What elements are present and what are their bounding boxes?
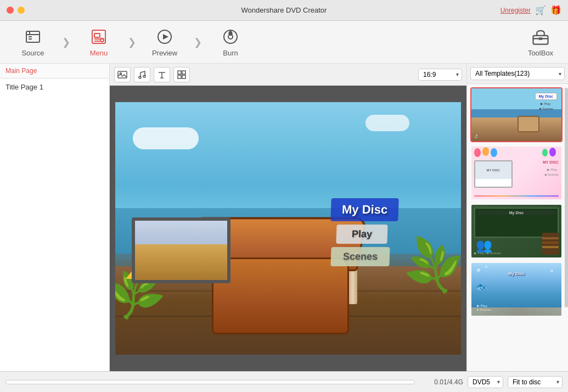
nav-separator-1: ❯	[60, 37, 71, 48]
add-image-button[interactable]	[114, 67, 131, 82]
svg-point-19	[139, 76, 141, 79]
menu-label: Menu	[90, 49, 108, 57]
window-controls	[7, 7, 25, 14]
close-button[interactable]	[7, 7, 14, 14]
bottom-bar: 0.01/4.4G DVD5 DVD9 Fit to disc Custom	[0, 371, 568, 392]
dvd-type-selector[interactable]: DVD5 DVD9	[468, 376, 503, 388]
dvd-type-select[interactable]: DVD5 DVD9	[468, 376, 503, 388]
title-page-item[interactable]: Title Page 1	[0, 79, 109, 96]
nav-source[interactable]: Source	[5, 23, 60, 61]
preview-label: Preview	[152, 49, 177, 57]
svg-rect-6	[94, 33, 100, 37]
nav-menu[interactable]: Menu	[71, 23, 126, 61]
center-panel: 16:9 4:3 🌿	[110, 64, 466, 371]
template-filter: All Templates(123) Travel Family Birthda…	[467, 64, 568, 84]
nav-separator-2: ❯	[126, 37, 137, 48]
template-panel: All Templates(123) Travel Family Birthda…	[466, 64, 568, 371]
template-item-1[interactable]: My Disc ▶ Play ■ Scenes 🏖	[470, 87, 563, 142]
toolbox-label: ToolBox	[528, 49, 553, 57]
sign-play: Play	[336, 225, 388, 244]
source-label: Source	[21, 49, 44, 57]
svg-point-20	[143, 75, 145, 77]
cloud-2	[365, 115, 409, 131]
nav-burn[interactable]: Burn	[203, 23, 258, 61]
template-list: My Disc ▶ Play ■ Scenes 🏖	[467, 84, 568, 371]
svg-rect-24	[178, 71, 181, 74]
editor-toolbar: 16:9 4:3	[110, 64, 466, 86]
add-music-button[interactable]	[134, 67, 150, 82]
aspect-ratio-selector[interactable]: 16:9 4:3	[418, 69, 462, 81]
grid-button[interactable]	[173, 67, 190, 82]
title-bar: Wondershare DVD Creator Unregister 🛒 🎁	[0, 0, 568, 21]
cloud-1	[133, 127, 199, 149]
scrollbar-track[interactable]	[565, 88, 568, 307]
title-page-label: Title Page 1	[5, 83, 43, 91]
menu-signs: My Disc Play Scenes	[331, 198, 398, 266]
menu-preview: 🌿 🌿 M	[115, 102, 461, 355]
sign-scenes: Scenes	[331, 247, 390, 266]
preview-canvas: 🌿 🌿 M	[110, 86, 466, 371]
burn-label: Burn	[223, 49, 238, 57]
sign-disc: My Disc	[331, 198, 400, 221]
main-area: Main Page Title Page 1	[0, 64, 568, 371]
template-filter-select[interactable]: All Templates(123) Travel Family Birthda…	[470, 67, 565, 80]
template-filter-wrapper[interactable]: All Templates(123) Travel Family Birthda…	[470, 67, 565, 80]
gift-icon[interactable]: 🎁	[550, 5, 561, 15]
storage-progress-bar	[5, 380, 415, 384]
svg-marker-11	[163, 34, 168, 40]
minimize-button[interactable]	[18, 7, 25, 14]
screen-content	[135, 221, 227, 280]
main-page-label: Main Page	[5, 67, 37, 75]
toolbox-icon	[531, 27, 550, 47]
scene-background: 🌿 🌿 M	[115, 102, 461, 355]
fit-mode-selector[interactable]: Fit to disc Custom	[508, 376, 563, 388]
app-title: Wondershare DVD Creator	[241, 6, 327, 14]
add-text-button[interactable]	[154, 67, 170, 82]
template-item-2[interactable]: MY DISC MY DISC ▶ Play ■ Scenes	[470, 145, 563, 200]
nav-preview[interactable]: Preview	[137, 23, 192, 61]
template-item-3[interactable]: My Disc 👥 ▶ Play | ■ Scenes	[470, 204, 563, 259]
nav-bar: Source ❯ Menu ❯ Preview ❯	[0, 21, 568, 64]
menu-icon	[89, 27, 109, 47]
nav-separator-3: ❯	[192, 37, 203, 48]
nav-toolbox[interactable]: ToolBox	[519, 23, 563, 61]
svg-rect-27	[182, 75, 185, 79]
svg-rect-25	[182, 71, 185, 74]
tv-screen	[132, 217, 230, 283]
fit-mode-select[interactable]: Fit to disc Custom	[508, 376, 563, 388]
left-panel: Main Page Title Page 1	[0, 64, 110, 371]
main-page-tab[interactable]: Main Page	[0, 64, 109, 79]
svg-rect-16	[539, 37, 543, 40]
suitcase-body	[212, 257, 349, 334]
svg-rect-0	[26, 31, 40, 42]
burn-icon	[221, 27, 240, 47]
source-icon	[23, 27, 43, 47]
cart-icon[interactable]: 🛒	[535, 5, 546, 15]
storage-text: 0.01/4.4G	[419, 378, 463, 386]
svg-point-9	[100, 38, 104, 42]
top-right-actions: Unregister 🛒 🎁	[500, 5, 561, 15]
aspect-ratio-select[interactable]: 16:9 4:3	[418, 69, 462, 81]
unregister-link[interactable]: Unregister	[500, 7, 531, 14]
template-item-4[interactable]: My Disc 🐟 ▶ Play ■ Scenes	[470, 262, 563, 317]
svg-rect-26	[178, 75, 181, 79]
preview-icon	[155, 27, 175, 47]
